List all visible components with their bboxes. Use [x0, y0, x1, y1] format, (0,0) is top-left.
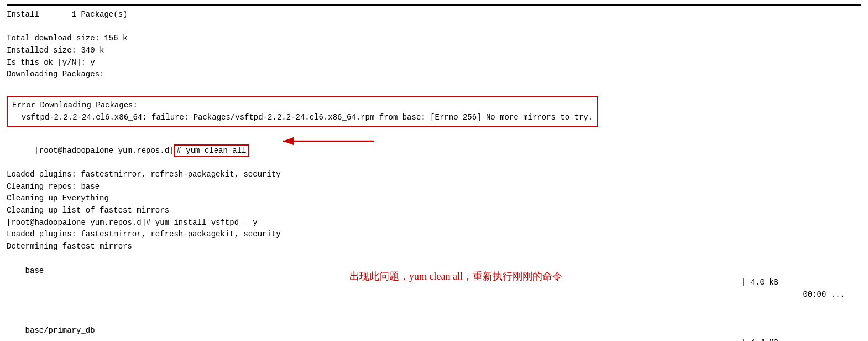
installed-size-line: Installed size: 340 k — [7, 45, 861, 57]
base-line: base | 4.0 kB 00:00 ... — [7, 253, 861, 313]
arrow-svg — [278, 131, 377, 153]
blank-line-1 — [7, 21, 861, 33]
base-primary-label: base/primary_db — [25, 326, 95, 335]
base-size: | 4.0 kB — [741, 277, 778, 289]
base-time: 00:00 ... — [803, 289, 845, 301]
error-line-2: vsftpd-2.2.2-24.el6.x86_64: failure: Pac… — [12, 112, 593, 124]
loaded-plugins-2: Loaded plugins: fastestmirror, refresh-p… — [7, 229, 861, 241]
command-prefix: [root@hadoopalone yum.repos.d] — [34, 146, 174, 155]
error-box: Error Downloading Packages: vsftpd-2.2.2… — [7, 96, 598, 127]
base-label: base — [25, 266, 44, 275]
loaded-plugins-1: Loaded plugins: fastestmirror, refresh-p… — [7, 169, 861, 181]
base-primary-line: base/primary_db | 4.4 MB 00:00 ... — [7, 313, 861, 341]
base-primary-size: | 4.4 MB — [741, 337, 778, 341]
top-divider — [7, 4, 861, 6]
error-line-1: Error Downloading Packages: — [12, 100, 593, 112]
total-download-line: Total download size: 156 k — [7, 33, 861, 45]
cleaning-list-line: Cleaning up list of fastest mirrors — [7, 205, 861, 217]
determining-line: Determining fastest mirrors — [7, 241, 861, 253]
cleaning-repos-line: Cleaning repos: base — [7, 181, 861, 193]
is-ok-line: Is this ok [y/N]: y — [7, 57, 861, 69]
downloading-line: Downloading Packages: — [7, 69, 861, 81]
blank-line-2 — [7, 81, 861, 93]
command-line: [root@hadoopalone yum.repos.d]# yum clea… — [7, 132, 861, 169]
terminal-container: Install 1 Package(s) Total download size… — [0, 0, 868, 341]
command-highlight: # yum clean all — [174, 144, 249, 157]
cleaning-up-line: Cleaning up Everything — [7, 193, 861, 205]
install-line: Install 1 Package(s) — [7, 9, 861, 21]
reinstall-cmd-line: [root@hadoopalone yum.repos.d]# yum inst… — [7, 217, 861, 229]
